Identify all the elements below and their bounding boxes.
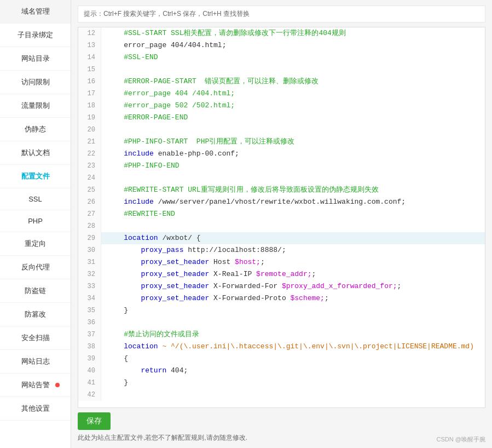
line-code[interactable]: #ERROR-PAGE-START 错误页配置，可以注释、删除或修改: [101, 76, 319, 88]
hint-text: 提示：Ctrl+F 搜索关键字，Ctrl+S 保存，Ctrl+H 查找替换: [84, 10, 250, 18]
code-line: 37 #禁止访问的文件或目录: [78, 329, 485, 341]
sidebar-item-网站告警[interactable]: 网站告警: [0, 374, 71, 397]
code-line: 13 error_page 404/404.html;: [78, 39, 485, 51]
code-line: 25 #REWRITE-START URL重写规则引用，修改后将导致面板设置的伪…: [78, 184, 485, 196]
code-line: 39 {: [78, 353, 485, 365]
sidebar-item-重定向[interactable]: 重定向: [0, 232, 71, 256]
line-code[interactable]: #ERROR-PAGE-END: [101, 112, 188, 124]
line-number: 16: [78, 76, 101, 88]
sidebar-item-流量限制[interactable]: 流量限制: [0, 94, 71, 118]
line-number: 26: [78, 196, 101, 208]
sidebar-item-网站目录[interactable]: 网站目录: [0, 47, 71, 71]
line-number: 19: [78, 112, 101, 124]
code-line: 26 include /www/server/panel/vhost/rewri…: [78, 196, 485, 208]
line-number: 14: [78, 51, 101, 64]
line-code[interactable]: }: [101, 305, 128, 317]
code-line: 41 }: [78, 377, 485, 389]
sidebar-item-默认文档[interactable]: 默认文档: [0, 141, 71, 165]
code-line: 32 proxy_set_header X-Real-IP $remote_ad…: [78, 268, 485, 280]
line-code[interactable]: location /wxbot/ {: [101, 232, 201, 244]
sidebar-item-反向代理[interactable]: 反向代理: [0, 256, 71, 279]
line-code[interactable]: include enable-php-00.conf;: [101, 148, 239, 160]
line-number: 13: [78, 39, 101, 51]
code-editor[interactable]: 12 #SSL-START SSL相关配置，请勿删除或修改下一行带注释的404规…: [78, 27, 485, 407]
line-number: 36: [78, 317, 101, 329]
line-code[interactable]: return 404;: [101, 365, 188, 377]
line-code[interactable]: }: [101, 377, 128, 389]
watermark: CSDN @唤醒手腕: [437, 435, 485, 444]
code-line: 27 #REWRITE-END: [78, 208, 485, 220]
line-code[interactable]: error_page 404/404.html;: [101, 39, 226, 51]
sidebar-item-防篡改[interactable]: 防篡改: [0, 303, 71, 326]
line-number: 21: [78, 136, 101, 148]
line-number: 29: [78, 232, 101, 244]
line-code[interactable]: [101, 317, 111, 329]
line-code[interactable]: [101, 220, 111, 232]
line-code[interactable]: proxy_set_header X-Forwarded-Proto $sche…: [101, 292, 329, 305]
line-code[interactable]: proxy_pass http://localhost:8888/;: [101, 244, 286, 256]
line-code[interactable]: #SSL-END: [101, 51, 158, 64]
line-number: 35: [78, 305, 101, 317]
line-number: 20: [78, 124, 101, 136]
footer-bar: 保存 此处为站点主配置文件,若您不了解配置规则,请勿随意修改.: [78, 412, 485, 443]
line-number: 15: [78, 64, 101, 76]
line-code[interactable]: #PHP-INFO-END: [101, 160, 180, 172]
code-line: 21 #PHP-INFO-START PHP引用配置，可以注释或修改: [78, 136, 485, 148]
line-code[interactable]: include /www/server/panel/vhost/rewrite/…: [101, 196, 406, 208]
line-number: 38: [78, 341, 101, 353]
warning-text: 此处为站点主配置文件,若您不了解配置规则,请勿随意修改.: [78, 433, 485, 443]
sidebar-item-PHP[interactable]: PHP: [0, 210, 71, 232]
code-line: 19 #ERROR-PAGE-END: [78, 112, 485, 124]
code-line: 35 }: [78, 305, 485, 317]
line-code[interactable]: #REWRITE-START URL重写规则引用，修改后将导致面板设置的伪静态规…: [101, 184, 379, 196]
sidebar-item-其他设置[interactable]: 其他设置: [0, 397, 71, 421]
code-line: 15: [78, 64, 485, 76]
line-number: 32: [78, 268, 101, 280]
save-button[interactable]: 保存: [78, 412, 111, 430]
sidebar-item-安全扫描[interactable]: 安全扫描: [0, 326, 71, 350]
line-code[interactable]: [101, 64, 111, 76]
line-code[interactable]: [101, 172, 111, 184]
line-code[interactable]: #PHP-INFO-START PHP引用配置，可以注释或修改: [101, 136, 294, 148]
sidebar-item-访问限制[interactable]: 访问限制: [0, 71, 71, 94]
line-code[interactable]: #error_page 502 /502.html;: [101, 100, 235, 112]
line-number: 18: [78, 100, 101, 112]
line-code[interactable]: #REWRITE-END: [101, 208, 175, 220]
line-code[interactable]: #禁止访问的文件或目录: [101, 329, 199, 341]
code-line: 18 #error_page 502 /502.html;: [78, 100, 485, 112]
line-number: 30: [78, 244, 101, 256]
sidebar-item-伪静态[interactable]: 伪静态: [0, 118, 71, 141]
sidebar: 域名管理子目录绑定网站目录访问限制流量限制伪静态默认文档配置文件SSLPHP重定…: [0, 0, 71, 448]
code-line: 20: [78, 124, 485, 136]
line-number: 17: [78, 88, 101, 100]
sidebar-item-防盗链[interactable]: 防盗链: [0, 279, 71, 303]
line-code[interactable]: [101, 124, 111, 136]
code-editor-container[interactable]: 12 #SSL-START SSL相关配置，请勿删除或修改下一行带注释的404规…: [78, 27, 485, 408]
line-code[interactable]: proxy_set_header Host $host;;: [101, 256, 265, 268]
line-number: 28: [78, 220, 101, 232]
code-line: 14 #SSL-END: [78, 51, 485, 64]
line-code[interactable]: #SSL-START SSL相关配置，请勿删除或修改下一行带注释的404规则: [101, 27, 346, 39]
code-line: 24: [78, 172, 485, 184]
code-line: 28: [78, 220, 485, 232]
sidebar-item-配置文件[interactable]: 配置文件: [0, 165, 71, 188]
line-number: 40: [78, 365, 101, 377]
line-code[interactable]: #error_page 404 /404.html;: [101, 88, 235, 100]
code-line: 33 proxy_set_header X-Forwarded-For $pro…: [78, 280, 485, 292]
code-line: 34 proxy_set_header X-Forwarded-Proto $s…: [78, 292, 485, 305]
sidebar-item-SSL[interactable]: SSL: [0, 188, 71, 210]
code-line: 42: [78, 389, 485, 401]
line-code[interactable]: proxy_set_header X-Forwarded-For $proxy_…: [101, 280, 401, 292]
line-code[interactable]: proxy_set_header X-Real-IP $remote_addr;…: [101, 268, 316, 280]
sidebar-item-子目录绑定[interactable]: 子目录绑定: [0, 24, 71, 47]
editor-scroll[interactable]: 12 #SSL-START SSL相关配置，请勿删除或修改下一行带注释的404规…: [78, 27, 485, 407]
line-code[interactable]: {: [101, 353, 128, 365]
sidebar-item-网站日志[interactable]: 网站日志: [0, 350, 71, 374]
line-code[interactable]: location ~ ^/(\.user.ini|\.htaccess|\.gi…: [101, 341, 474, 353]
line-number: 41: [78, 377, 101, 389]
line-code[interactable]: [101, 389, 111, 401]
sidebar-item-域名管理[interactable]: 域名管理: [0, 0, 71, 24]
code-line: 38 location ~ ^/(\.user.ini|\.htaccess|\…: [78, 341, 485, 353]
line-number: 24: [78, 172, 101, 184]
code-line: 12 #SSL-START SSL相关配置，请勿删除或修改下一行带注释的404规…: [78, 27, 485, 39]
